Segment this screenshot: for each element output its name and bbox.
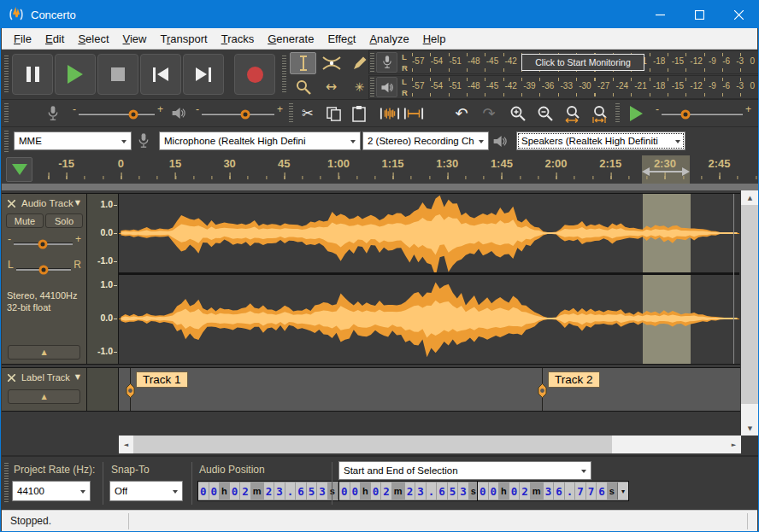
- menu-item-help[interactable]: Help: [416, 30, 453, 48]
- skip-to-start-button[interactable]: [140, 54, 181, 95]
- time-digit[interactable]: 0: [371, 482, 381, 500]
- zoom-out-button[interactable]: [533, 102, 557, 125]
- label-flag[interactable]: Track 2: [548, 371, 600, 388]
- vertical-amplitude-ruler[interactable]: 1.0 0.0 -1.0 1.0 0.0 -1.0: [87, 194, 119, 364]
- time-digit[interactable]: 2: [520, 482, 530, 500]
- track-menu-arrow-icon[interactable]: ▼: [75, 199, 80, 207]
- time-digit[interactable]: 7: [575, 482, 585, 500]
- menu-item-generate[interactable]: Generate: [261, 30, 321, 48]
- time-digit[interactable]: 6: [597, 482, 607, 500]
- time-digit[interactable]: .: [427, 482, 437, 500]
- time-field-dropdown-arrow[interactable]: ▾: [617, 482, 628, 500]
- fit-selection-button[interactable]: [561, 102, 585, 125]
- paste-button[interactable]: [347, 102, 371, 125]
- selection-tool-button[interactable]: [290, 52, 316, 74]
- stop-button[interactable]: [97, 54, 138, 95]
- skip-to-end-button[interactable]: [183, 54, 224, 95]
- solo-button[interactable]: Solo: [45, 213, 83, 228]
- time-unit[interactable]: s: [608, 482, 616, 500]
- scroll-left-arrow[interactable]: ◄: [119, 436, 133, 453]
- label-flag[interactable]: Track 1: [136, 371, 188, 388]
- right-channel[interactable]: [119, 275, 739, 362]
- playback-meter-toolbar[interactable]: L R -57-54-51-48-45-42-39-36-33-30-27-24…: [368, 75, 759, 99]
- scrub-bar[interactable]: [2, 184, 759, 190]
- time-digit[interactable]: 7: [586, 482, 597, 500]
- slider-thumb[interactable]: [240, 109, 250, 119]
- device-toolbar-grip[interactable]: [4, 131, 9, 152]
- selection-mode-select[interactable]: Start and End of Selection: [338, 461, 591, 480]
- time-digit[interactable]: 6: [437, 482, 447, 500]
- time-digit[interactable]: 0: [339, 482, 350, 500]
- slider-thumb[interactable]: [681, 109, 691, 119]
- time-digit[interactable]: 2: [240, 482, 250, 500]
- time-digit[interactable]: 3: [458, 482, 468, 500]
- time-unit[interactable]: h: [499, 482, 509, 500]
- label-marker-icon[interactable]: [125, 383, 136, 398]
- time-unit[interactable]: h: [361, 482, 370, 500]
- transport-toolbar-grip[interactable]: [4, 56, 9, 93]
- close-track-button[interactable]: [5, 371, 18, 384]
- left-channel[interactable]: [119, 194, 739, 272]
- time-digit[interactable]: 3: [415, 482, 426, 500]
- time-digit[interactable]: 6: [296, 482, 306, 500]
- slider-groove[interactable]: [16, 268, 72, 271]
- track-title[interactable]: Label Track: [21, 372, 70, 383]
- slider-thumb[interactable]: [39, 265, 49, 274]
- track-menu-arrow-icon[interactable]: ▼: [75, 373, 80, 381]
- copy-button[interactable]: [321, 102, 345, 125]
- collapse-track-button[interactable]: ▲: [8, 345, 80, 360]
- time-digit[interactable]: 2: [381, 482, 391, 500]
- slider-thumb[interactable]: [38, 239, 48, 248]
- menu-item-view[interactable]: View: [116, 30, 154, 48]
- time-shift-tool-button[interactable]: ↔: [318, 76, 344, 98]
- gain-slider[interactable]: - +: [5, 233, 84, 254]
- slider-groove[interactable]: [202, 113, 274, 115]
- recording-volume-slider[interactable]: - +: [70, 103, 166, 124]
- playback-meter-speaker-button[interactable]: [376, 77, 397, 97]
- time-digit[interactable]: 2: [405, 482, 415, 500]
- recording-meter-mic-button[interactable]: [376, 52, 397, 73]
- time-digit[interactable]: 5: [448, 482, 458, 500]
- zoom-in-button[interactable]: [506, 102, 530, 125]
- menu-item-transport[interactable]: Transport: [153, 30, 214, 48]
- recording-device-select[interactable]: Microphone (Realtek High Defini: [159, 132, 361, 150]
- scroll-right-arrow[interactable]: ►: [727, 436, 741, 453]
- menu-item-select[interactable]: Select: [71, 30, 115, 48]
- audio-host-select[interactable]: MME: [14, 132, 132, 150]
- time-digit[interactable]: 0: [350, 482, 361, 500]
- menu-item-tracks[interactable]: Tracks: [215, 30, 262, 48]
- selection-start-field[interactable]: 00h02m23.653s▾: [338, 481, 491, 501]
- pause-button[interactable]: [12, 54, 53, 95]
- play-button[interactable]: [55, 54, 96, 95]
- time-digit[interactable]: .: [565, 482, 575, 500]
- envelope-tool-button[interactable]: [318, 52, 344, 74]
- vertical-scroll-thumb[interactable]: [741, 205, 759, 404]
- fit-project-button[interactable]: [588, 102, 612, 125]
- playback-speed-slider[interactable]: - +: [653, 103, 754, 124]
- mixer-toolbar-grip[interactable]: [4, 103, 9, 124]
- time-unit[interactable]: m: [392, 482, 404, 500]
- edit-toolbar-grip[interactable]: [289, 103, 293, 124]
- timeline-ruler[interactable]: -1501530451:001:151:301:452:002:152:302:…: [33, 155, 759, 184]
- tools-toolbar-grip[interactable]: [282, 56, 286, 93]
- time-digit[interactable]: 0: [509, 482, 520, 500]
- cut-button[interactable]: ✂: [296, 102, 320, 125]
- minimize-button[interactable]: [640, 1, 680, 28]
- silence-audio-button[interactable]: [402, 102, 426, 125]
- time-digit[interactable]: 0: [478, 482, 488, 500]
- zoom-tool-button[interactable]: [290, 76, 316, 98]
- label-marker-icon[interactable]: [537, 383, 548, 398]
- track-title[interactable]: Audio Track: [21, 198, 74, 208]
- mute-button[interactable]: Mute: [6, 213, 44, 228]
- time-digit[interactable]: 0: [230, 482, 240, 500]
- vertical-scrollbar[interactable]: ▲ ▼: [741, 190, 759, 436]
- recording-meter-grip[interactable]: [370, 53, 374, 72]
- time-digit[interactable]: 0: [209, 482, 220, 500]
- audio-position-field[interactable]: 00h02m23.653s▾: [197, 481, 350, 501]
- slider-thumb[interactable]: [129, 109, 138, 119]
- time-digit[interactable]: 3: [274, 482, 285, 500]
- time-digit[interactable]: 2: [264, 482, 274, 500]
- time-digit[interactable]: .: [285, 482, 296, 500]
- snap-to-select[interactable]: Off: [109, 481, 183, 501]
- menu-item-effect[interactable]: Effect: [321, 30, 362, 48]
